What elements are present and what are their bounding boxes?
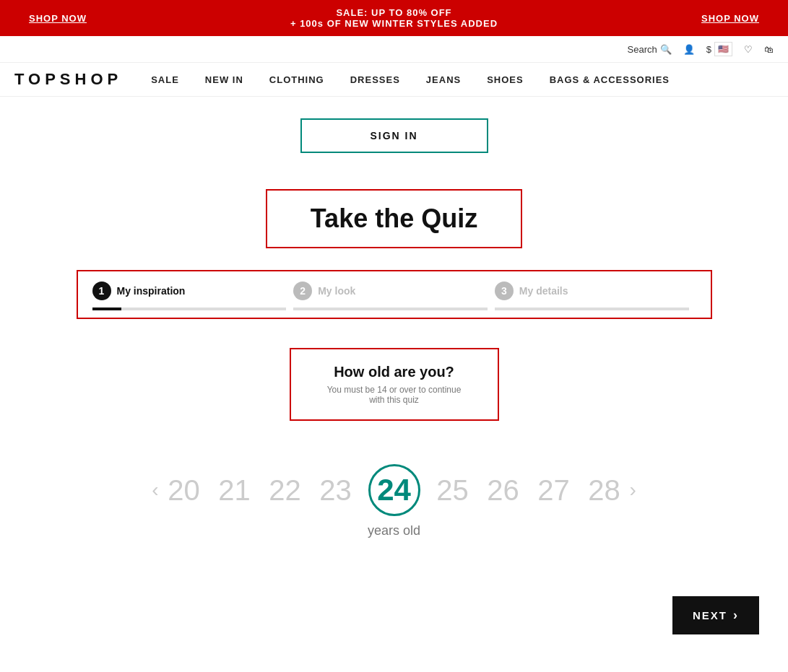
step-1-label: My inspiration bbox=[117, 285, 186, 297]
age-26[interactable]: 26 bbox=[485, 474, 521, 507]
next-arrow-icon: › bbox=[733, 608, 739, 623]
currency-selector[interactable]: $ 🇺🇸 bbox=[706, 42, 732, 56]
banner-text: SALE: UP TO 80% OFF + 100s OF NEW WINTER… bbox=[14, 7, 774, 29]
nav-links: SALE NEW IN CLOTHING DRESSES JEANS SHOES… bbox=[151, 73, 670, 86]
step-2: 2 My look bbox=[293, 282, 495, 300]
signin-section: SIGN IN bbox=[0, 97, 788, 167]
age-27[interactable]: 27 bbox=[536, 474, 572, 507]
age-20[interactable]: 20 bbox=[166, 474, 202, 507]
search-area[interactable]: Search 🔍 bbox=[628, 44, 672, 55]
age-selector-section: ‹ 20 21 22 23 24 25 26 27 28 › bbox=[0, 435, 788, 523]
step-3-number: 3 bbox=[495, 282, 514, 300]
next-section: NEXT › bbox=[0, 553, 788, 649]
banner-line2: + 100s OF NEW WINTER STYLES ADDED bbox=[14, 18, 774, 29]
banner-line1: SALE: UP TO 80% OFF bbox=[14, 7, 774, 18]
heart-icon: ♡ bbox=[744, 44, 753, 55]
step-3-label: My details bbox=[519, 285, 568, 297]
nav-clothing[interactable]: CLOTHING bbox=[269, 74, 324, 85]
user-icon: 👤 bbox=[683, 44, 695, 55]
age-21[interactable]: 21 bbox=[217, 474, 253, 507]
age-24-selected[interactable]: 24 bbox=[368, 464, 420, 516]
logo[interactable]: TOPSHOP bbox=[14, 70, 122, 89]
nav-shoes[interactable]: SHOES bbox=[487, 74, 524, 85]
question-title: How old are you? bbox=[320, 364, 469, 380]
age-right-arrow[interactable]: › bbox=[623, 479, 644, 502]
flag-icon: 🇺🇸 bbox=[714, 42, 732, 56]
age-25[interactable]: 25 bbox=[435, 474, 471, 507]
banner-shop-now-left[interactable]: SHOP NOW bbox=[29, 13, 87, 24]
next-button[interactable]: NEXT › bbox=[672, 596, 759, 634]
step-1: 1 My inspiration bbox=[92, 282, 294, 300]
age-28[interactable]: 28 bbox=[586, 474, 623, 507]
main-nav: TOPSHOP SALE NEW IN CLOTHING DRESSES JEA… bbox=[0, 63, 788, 97]
step-3: 3 My details bbox=[495, 282, 696, 300]
step-2-label: My look bbox=[318, 285, 355, 297]
progress-bar-1-fill bbox=[92, 307, 121, 310]
quiz-title-section: Take the Quiz bbox=[0, 167, 788, 263]
wishlist-icon[interactable]: ♡ bbox=[744, 44, 753, 55]
progress-container: 1 My inspiration 2 My look 3 My details bbox=[77, 270, 712, 319]
years-old-label: years old bbox=[0, 523, 788, 553]
search-label: Search bbox=[628, 44, 657, 55]
age-left-arrow[interactable]: ‹ bbox=[144, 479, 165, 502]
currency-symbol: $ bbox=[706, 44, 711, 55]
header-icons-row: Search 🔍 👤 $ 🇺🇸 ♡ 🛍 bbox=[0, 36, 788, 63]
banner-shop-now-right[interactable]: SHOP NOW bbox=[701, 13, 759, 24]
age-22[interactable]: 22 bbox=[267, 474, 303, 507]
progress-bar-1 bbox=[92, 307, 287, 310]
steps-row: 1 My inspiration 2 My look 3 My details bbox=[92, 282, 696, 300]
account-icon[interactable]: 👤 bbox=[683, 44, 695, 55]
cart-icon[interactable]: 🛍 bbox=[764, 44, 774, 55]
step-2-number: 2 bbox=[293, 282, 312, 300]
age-numbers: 20 21 22 23 24 25 26 27 28 bbox=[166, 464, 623, 516]
progress-bar-3 bbox=[495, 307, 689, 310]
bag-icon: 🛍 bbox=[764, 44, 774, 55]
age-23[interactable]: 23 bbox=[318, 474, 354, 507]
question-box: How old are you? You must be 14 or over … bbox=[290, 348, 499, 421]
progress-section: 1 My inspiration 2 My look 3 My details bbox=[0, 263, 788, 326]
question-subtitle: You must be 14 or over to continue with … bbox=[320, 385, 469, 405]
nav-bags[interactable]: BAGS & ACCESSORIES bbox=[550, 74, 670, 85]
progress-bar-2 bbox=[293, 307, 488, 310]
quiz-title-box: Take the Quiz bbox=[266, 189, 522, 248]
nav-dresses[interactable]: DRESSES bbox=[350, 74, 400, 85]
next-button-label: NEXT bbox=[693, 609, 727, 621]
top-banner: SHOP NOW SALE: UP TO 80% OFF + 100s OF N… bbox=[0, 0, 788, 36]
quiz-title: Take the Quiz bbox=[311, 204, 477, 233]
progress-bars bbox=[92, 307, 696, 318]
question-section: How old are you? You must be 14 or over … bbox=[0, 326, 788, 435]
nav-jeans[interactable]: JEANS bbox=[426, 74, 461, 85]
step-1-number: 1 bbox=[92, 282, 111, 300]
search-icon[interactable]: 🔍 bbox=[660, 44, 672, 55]
signin-button[interactable]: SIGN IN bbox=[300, 118, 488, 153]
nav-sale[interactable]: SALE bbox=[151, 74, 179, 85]
nav-new-in[interactable]: NEW IN bbox=[205, 74, 243, 85]
